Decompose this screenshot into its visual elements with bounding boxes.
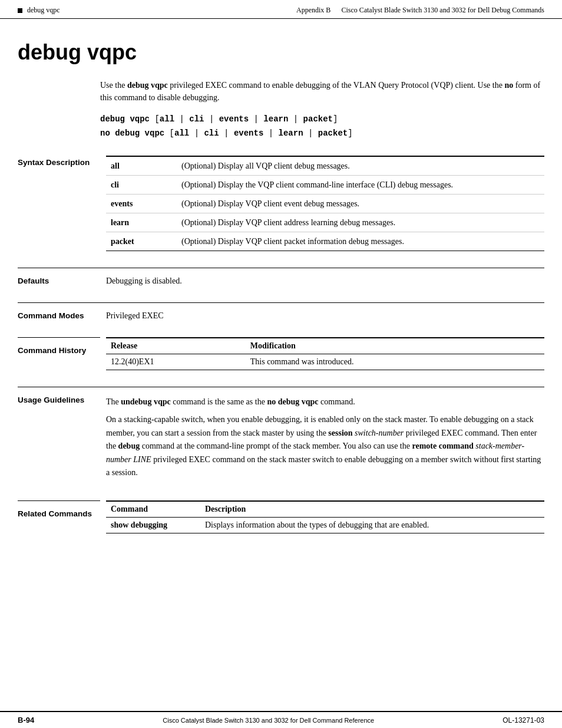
command-modes-section: Command Modes Privileged EXEC [18, 302, 544, 327]
param-learn: learn [106, 213, 177, 232]
syntax-line-1: debug vqpc [all | cli | events | learn |… [100, 114, 544, 124]
command-history-section: Command History Release Modification 12.… [18, 337, 544, 376]
header-left: debug vqpc [18, 6, 60, 15]
usage-guidelines-section: Usage Guidelines The undebug vqpc comman… [18, 387, 544, 490]
syntax-description-section: Syntax Description all (Optional) Displa… [18, 150, 544, 257]
table-row: 12.2(40)EX1 This command was introduced. [106, 354, 544, 370]
syntax-no-events: events [234, 129, 263, 138]
undebug-bold: undebug vqpc [121, 397, 170, 406]
desc-learn: (Optional) Display VQP client address le… [177, 213, 544, 232]
syntax-packet: packet [303, 114, 333, 124]
syntax-no-cmd: no debug vqpc [100, 129, 164, 138]
table-row: all (Optional) Display all VQP client de… [106, 156, 544, 176]
header-appendix: Appendix B [296, 6, 330, 14]
syntax-cmd-1: debug vqpc [100, 114, 150, 124]
history-release-1: 12.2(40)EX1 [106, 354, 246, 370]
no-debug-bold: no debug vqpc [267, 397, 318, 406]
desc-cli: (Optional) Display the VQP client comman… [177, 176, 544, 195]
debug-bold: debug [118, 442, 140, 450]
command-history-content: Release Modification 12.2(40)EX1 This co… [100, 337, 544, 376]
syntax-description-content: all (Optional) Display all VQP client de… [100, 150, 544, 257]
related-header-row: Command Description [106, 501, 544, 518]
page-title: debug vqpc [18, 40, 544, 65]
page-header: debug vqpc Appendix B Cisco Catalyst Bla… [0, 0, 562, 19]
defaults-section: Defaults Debugging is disabled. [18, 268, 544, 292]
history-mod-1: This command was introduced. [246, 354, 544, 370]
command-modes-label: Command Modes [18, 302, 100, 327]
defaults-label: Defaults [18, 268, 100, 292]
param-packet: packet [106, 232, 177, 251]
syntax-line-2: no debug vqpc [all | cli | events | lear… [100, 129, 544, 138]
related-commands-section: Related Commands Command Description sho… [18, 500, 544, 539]
param-events: events [106, 195, 177, 213]
history-col-release: Release [106, 338, 246, 354]
intro-bold-no: no [504, 81, 513, 90]
page-footer: B-94 Cisco Catalyst Blade Switch 3130 an… [0, 711, 562, 728]
history-header-row: Release Modification [106, 338, 544, 354]
usage-guidelines-content: The undebug vqpc command is the same as … [100, 387, 544, 490]
syntax-no-all: all [174, 129, 189, 138]
syntax-all: all [160, 114, 174, 124]
desc-packet: (Optional) Display VQP client packet inf… [177, 232, 544, 251]
header-title: Cisco Catalyst Blade Switch 3130 and 303… [341, 6, 544, 14]
remote-command-bold: remote command [412, 442, 473, 450]
table-row: packet (Optional) Display VQP client pac… [106, 232, 544, 251]
table-row: show debugging Displays information abou… [106, 518, 544, 533]
header-bullet [18, 8, 22, 13]
param-cli: cli [106, 176, 177, 195]
command-history-label: Command History [18, 337, 100, 376]
header-title-area: Appendix B Cisco Catalyst Blade Switch 3… [296, 6, 544, 15]
switch-number-italic: switch-number [355, 429, 404, 437]
syntax-description-label: Syntax Description [18, 150, 100, 257]
command-modes-text: Privileged EXEC [106, 311, 164, 320]
related-col-description: Description [200, 501, 544, 518]
table-row: events (Optional) Display VQP client eve… [106, 195, 544, 213]
intro-bold-1: debug vqpc [127, 81, 168, 90]
intro-text: Use the debug vqpc privileged EXEC comma… [100, 79, 544, 104]
param-all: all [106, 156, 177, 176]
desc-all: (Optional) Display all VQP client debug … [177, 156, 544, 176]
footer-right-text: OL-13271-03 [503, 716, 544, 724]
syntax-no-learn: learn [279, 129, 303, 138]
related-commands-label: Related Commands [18, 500, 100, 539]
footer-center-text: Cisco Catalyst Blade Switch 3130 and 303… [163, 717, 374, 724]
main-content: debug vqpc Use the debug vqpc privileged… [0, 19, 562, 587]
desc-events: (Optional) Display VQP client event debu… [177, 195, 544, 213]
history-col-modification: Modification [246, 338, 544, 354]
related-commands-content: Command Description show debugging Displ… [100, 500, 544, 539]
usage-guidelines-label: Usage Guidelines [18, 387, 100, 490]
related-cmd-1: show debugging [106, 518, 200, 533]
table-row: cli (Optional) Display the VQP client co… [106, 176, 544, 195]
syntax-table: all (Optional) Display all VQP client de… [106, 156, 544, 251]
session-bold: session [328, 429, 352, 437]
header-small-label: debug vqpc [27, 6, 60, 15]
table-row: learn (Optional) Display VQP client addr… [106, 213, 544, 232]
related-desc-1: Displays information about the types of … [200, 518, 544, 533]
related-table: Command Description show debugging Displ… [106, 500, 544, 533]
intro-paragraph: Use the debug vqpc privileged EXEC comma… [100, 79, 544, 104]
defaults-text: Debugging is disabled. [106, 276, 182, 285]
syntax-no-cli: cli [204, 129, 219, 138]
syntax-no-packet: packet [318, 129, 348, 138]
related-col-command: Command [106, 501, 200, 518]
syntax-events: events [219, 114, 249, 124]
usage-para-2: On a stacking-capable switch, when you e… [106, 413, 544, 479]
footer-page-number: B-94 [18, 716, 34, 724]
usage-para-1: The undebug vqpc command is the same as … [106, 396, 544, 409]
command-modes-content: Privileged EXEC [100, 302, 544, 327]
defaults-content: Debugging is disabled. [100, 268, 544, 292]
syntax-learn: learn [263, 114, 288, 124]
history-table: Release Modification 12.2(40)EX1 This co… [106, 337, 544, 370]
syntax-cli: cli [189, 114, 204, 124]
